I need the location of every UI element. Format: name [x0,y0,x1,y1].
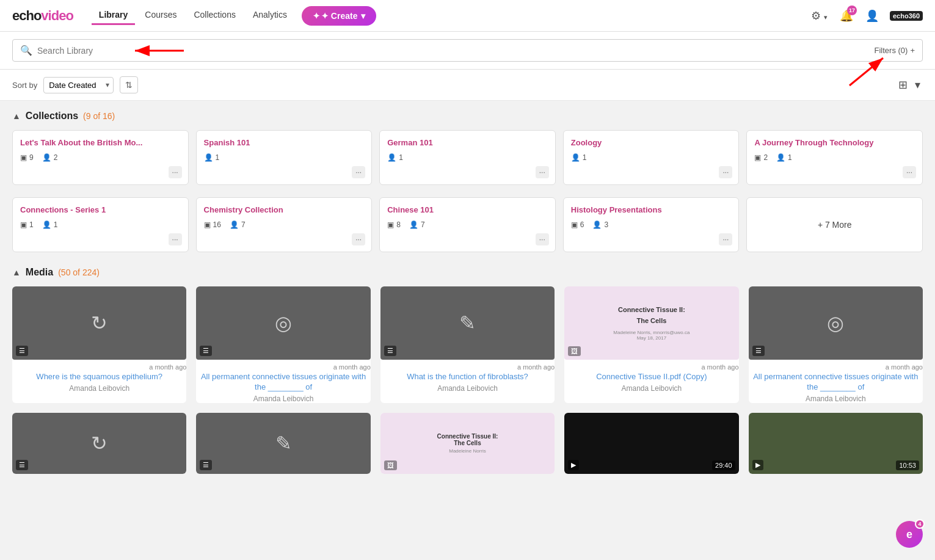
collection-card-5: Connections - Series 1 ▣ 1 👤 1 ··· [12,197,189,252]
notifications-button[interactable]: 🔔 17 [836,5,857,26]
collection-menu-7[interactable]: ··· [536,233,549,245]
media-card-4: ◎ ☰ a month ago All permanent connective… [749,286,923,403]
media-type-badge-r2-3: ▶ [568,460,579,470]
video-icon-8: ▣ [571,220,578,229]
people-icon-5: 👤 [42,220,51,229]
grid-toggle: ⊞ ▾ [896,76,923,94]
collection-videos-4: ▣ 2 [754,153,768,162]
collection-card-1: Spanish 101 👤 1 ··· [196,130,373,185]
notification-badge: 17 [847,5,857,15]
media-collapse-button[interactable]: ▲ [12,267,21,277]
collection-title-0[interactable]: Let's Talk About the British Mo... [20,138,181,147]
collections-grid-row2: Connections - Series 1 ▣ 1 👤 1 ··· Chemi… [12,197,923,252]
filters-label: Filters (0) [875,46,908,55]
media-title-1[interactable]: All permanent connective tissues origina… [196,372,370,393]
create-button[interactable]: ✦ ✦ Create ▾ [302,6,376,26]
media-type-badge-r2-1: ☰ [200,460,212,470]
sort-select[interactable]: Date Created Title Date Modified [43,77,114,93]
header: echovideo Library Courses Collections An… [0,0,935,32]
collection-meta-2: 👤 1 [387,153,548,162]
media-section-header: ▲ Media (50 of 224) [12,267,923,278]
people-icon-8: 👤 [592,220,602,229]
create-icon: ✦ [313,11,320,21]
collection-title-6[interactable]: Chemistry Collection [204,205,365,214]
collection-people-0: 👤 2 [42,153,58,162]
collections-collapse-button[interactable]: ▲ [12,111,21,121]
collection-meta-4: ▣ 2 👤 1 [754,153,915,162]
media-card-1: ◎ ☰ a month ago All permanent connective… [196,286,370,403]
collection-people-4: 👤 1 [776,153,792,162]
media-title-3[interactable]: Connective Tissue II.pdf (Copy) [564,372,738,382]
collection-menu-4[interactable]: ··· [903,166,916,178]
video-icon-0: ▣ [20,153,27,162]
collection-title-8[interactable]: Histology Presentations [571,205,732,214]
collection-title-5[interactable]: Connections - Series 1 [20,205,181,214]
settings-icon: ⚙ [811,10,821,22]
sort-order-button[interactable]: ⇅ [120,76,138,93]
media-type-badge-2: ☰ [384,346,396,356]
account-button[interactable]: 👤 [862,5,882,26]
collection-menu-2[interactable]: ··· [536,166,549,178]
grid-dropdown-button[interactable]: ▾ [912,76,923,94]
collections-more-label: + 7 More [818,220,852,230]
collections-more-button[interactable]: + 7 More [746,197,923,252]
media-card-r2-2: Connective Tissue II: The Cells Madelein… [380,413,555,474]
collection-title-1[interactable]: Spanish 101 [204,138,365,147]
collection-title-3[interactable]: Zoology [571,138,732,147]
grid-icon: ⊞ [898,79,908,91]
collection-menu-5[interactable]: ··· [169,233,182,245]
collection-menu-0[interactable]: ··· [169,166,182,178]
media-duration-r2-3: 29:40 [712,460,735,470]
media-type-badge-r2-0: ☰ [16,460,28,470]
people-icon-2: 👤 [387,153,396,162]
media-timestamp-2: a month ago [380,363,555,371]
media-thumb-r2-1: ✎ ☰ [196,413,370,474]
media-grid-row1: ↻ ☰ a month ago Where is the squamous ep… [12,286,923,403]
media-timestamp-3: a month ago [564,363,738,371]
collection-menu-6[interactable]: ··· [352,233,365,245]
collection-menu-1[interactable]: ··· [352,166,365,178]
search-bar: 🔍 Filters (0) + [12,39,923,62]
collection-title-7[interactable]: Chinese 101 [387,205,548,214]
nav-courses[interactable]: Courses [137,6,184,25]
media-title-4[interactable]: All permanent connective tissues origina… [749,372,923,393]
pdf-subtitle-r2-2: The Cells [454,440,481,446]
echo360-brand: echo360 [890,11,923,21]
chat-badge: 4 [915,519,925,529]
settings-button[interactable]: ⚙ ▾ [807,5,831,26]
collection-card-8: Histology Presentations ▣ 6 👤 3 ··· [563,197,740,252]
media-thumb-4: ◎ ☰ [749,286,923,360]
media-thumb-2: ✎ ☰ [380,286,555,360]
collection-menu-8[interactable]: ··· [719,233,732,245]
collection-title-4[interactable]: A Journey Through Technology [754,138,915,147]
media-card-r2-1: ✎ ☰ [196,413,370,474]
media-type-badge-3: 🖼 [568,346,581,356]
collection-people-6: 👤 7 [230,220,246,229]
collection-card-4: A Journey Through Technology ▣ 2 👤 1 ··· [746,130,923,185]
collection-videos-8: ▣ 6 [571,220,584,229]
grid-view-button[interactable]: ⊞ [896,76,910,94]
sort-label: Sort by [12,81,37,90]
media-section: ▲ Media (50 of 224) ↻ ☰ a month ago Wher… [12,267,923,474]
chat-bubble[interactable]: e 4 [896,521,923,548]
search-input[interactable] [37,46,915,56]
collection-menu-3[interactable]: ··· [719,166,732,178]
nav-collections[interactable]: Collections [186,6,242,25]
media-thumb-icon-r2-0: ↻ [91,432,107,455]
media-title-0[interactable]: Where is the squamous epithelium? [12,372,186,382]
media-title-2[interactable]: What is the function of fibroblasts? [380,372,555,382]
collection-meta-7: ▣ 8 👤 7 [387,220,548,229]
video-icon-5: ▣ [20,220,27,229]
collection-people-1: 👤 1 [204,153,220,162]
media-author-1: Amanda Leibovich [196,395,370,403]
media-type-badge-r2-2: 🖼 [384,460,397,470]
sort-select-wrap: Date Created Title Date Modified [43,77,114,93]
media-timestamp-4: a month ago [749,363,923,371]
nav-library[interactable]: Library [92,6,135,25]
collection-videos-7: ▣ 8 [387,220,401,229]
nav-analytics[interactable]: Analytics [246,6,294,25]
collection-people-8: 👤 3 [592,220,608,229]
pdf-title-3: Connective Tissue II: [618,305,685,314]
filters-button[interactable]: Filters (0) + [875,46,915,55]
collection-title-2[interactable]: German 101 [387,138,548,147]
